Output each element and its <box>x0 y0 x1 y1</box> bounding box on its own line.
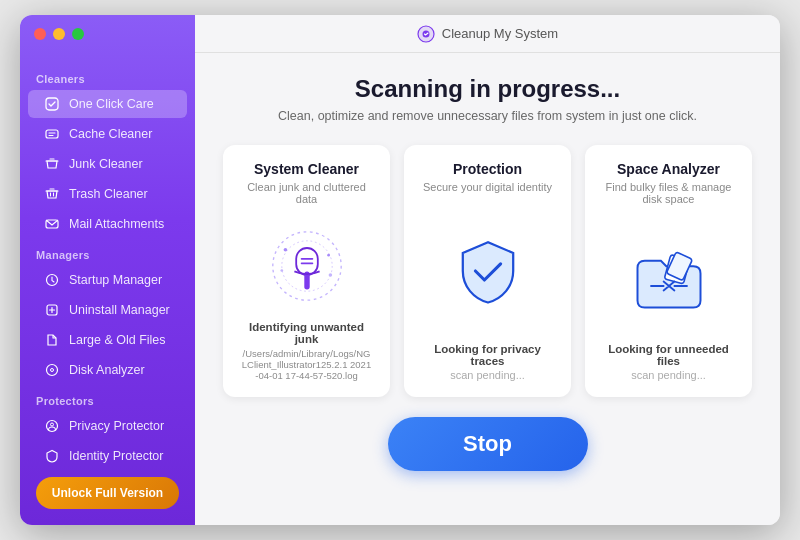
sidebar-item-cache-cleaner-label: Cache Cleaner <box>69 127 152 141</box>
stop-button[interactable]: Stop <box>388 417 588 471</box>
space-analyzer-card-subtitle: Find bulky files & manage disk space <box>599 181 738 205</box>
protectors-section-label: Protectors <box>20 385 195 411</box>
svg-point-8 <box>51 423 54 426</box>
sidebar-item-junk-cleaner[interactable]: Junk Cleaner <box>28 150 187 178</box>
sidebar-item-uninstall-manager[interactable]: Uninstall Manager <box>28 296 187 324</box>
sidebar-item-junk-cleaner-label: Junk Cleaner <box>69 157 143 171</box>
space-analyzer-icon-area <box>624 221 714 333</box>
app-window: Cleaners One Click Care Cache Cleaner <box>20 15 780 525</box>
sidebar-item-mail-attachments-label: Mail Attachments <box>69 217 164 231</box>
protection-card-title: Protection <box>453 161 522 177</box>
traffic-lights <box>34 28 84 40</box>
cache-cleaner-icon <box>44 126 60 142</box>
svg-point-16 <box>327 254 330 257</box>
space-analyzer-status: Looking for unneeded files <box>599 343 738 367</box>
cards-row: System Cleaner Clean junk and cluttered … <box>223 145 752 397</box>
fullscreen-button[interactable] <box>72 28 84 40</box>
system-cleaner-card-title: System Cleaner <box>254 161 359 177</box>
svg-rect-13 <box>296 248 318 275</box>
startup-icon <box>44 272 60 288</box>
scan-title: Scanning in progress... <box>355 75 620 103</box>
sidebar-item-privacy-protector[interactable]: Privacy Protector <box>28 412 187 440</box>
sidebar-item-disk-analyzer[interactable]: Disk Analyzer <box>28 356 187 384</box>
svg-point-5 <box>47 365 58 376</box>
svg-point-15 <box>283 248 287 252</box>
cleaners-section-label: Cleaners <box>20 63 195 89</box>
system-cleaner-status: Identifying unwanted junk <box>237 321 376 345</box>
space-analyzer-card: Space Analyzer Find bulky files & manage… <box>585 145 752 397</box>
sidebar-item-large-old-files-label: Large & Old Files <box>69 333 166 347</box>
space-analyzer-card-title: Space Analyzer <box>617 161 720 177</box>
mail-icon <box>44 216 60 232</box>
protection-icon-area <box>443 209 533 333</box>
sidebar-item-cache-cleaner[interactable]: Cache Cleaner <box>28 120 187 148</box>
sidebar-item-trash-cleaner[interactable]: Trash Cleaner <box>28 180 187 208</box>
system-cleaner-icon-area <box>262 221 352 311</box>
sidebar-item-trash-cleaner-label: Trash Cleaner <box>69 187 148 201</box>
system-cleaner-file-path: /Users/admin/Library/Logs/NGLClient_Illu… <box>237 348 376 381</box>
system-cleaner-card: System Cleaner Clean junk and cluttered … <box>223 145 390 397</box>
sidebar-item-startup-manager-label: Startup Manager <box>69 273 162 287</box>
trash-cleaner-icon <box>44 186 60 202</box>
managers-section-label: Managers <box>20 239 195 265</box>
sidebar-item-uninstall-manager-label: Uninstall Manager <box>69 303 170 317</box>
disk-icon <box>44 362 60 378</box>
protection-card: Protection Secure your digital identity … <box>404 145 571 397</box>
sidebar-item-large-old-files[interactable]: Large & Old Files <box>28 326 187 354</box>
sidebar-item-disk-analyzer-label: Disk Analyzer <box>69 363 145 377</box>
main-content: Cleanup My System Scanning in progress..… <box>195 15 780 525</box>
space-analyzer-pending: scan pending... <box>631 369 706 381</box>
one-click-care-icon <box>44 96 60 112</box>
svg-rect-1 <box>46 130 58 138</box>
minimize-button[interactable] <box>53 28 65 40</box>
protection-pending: scan pending... <box>450 369 525 381</box>
unlock-full-version-button[interactable]: Unlock Full Version <box>36 477 179 509</box>
sidebar-item-startup-manager[interactable]: Startup Manager <box>28 266 187 294</box>
sidebar: Cleaners One Click Care Cache Cleaner <box>20 15 195 525</box>
privacy-icon <box>44 418 60 434</box>
titlebar <box>20 15 780 53</box>
identity-icon <box>44 448 60 464</box>
svg-point-18 <box>328 273 332 277</box>
sidebar-item-mail-attachments[interactable]: Mail Attachments <box>28 210 187 238</box>
sidebar-item-identity-protector-label: Identity Protector <box>69 449 164 463</box>
sidebar-item-identity-protector[interactable]: Identity Protector <box>28 442 187 470</box>
close-button[interactable] <box>34 28 46 40</box>
main-body: Scanning in progress... Clean, optimize … <box>195 53 780 525</box>
scan-subtitle: Clean, optimize and remove unnecessary f… <box>278 109 697 123</box>
system-cleaner-card-subtitle: Clean junk and cluttered data <box>237 181 376 205</box>
sidebar-item-one-click-care[interactable]: One Click Care <box>28 90 187 118</box>
files-icon <box>44 332 60 348</box>
sidebar-item-privacy-protector-label: Privacy Protector <box>69 419 164 433</box>
protection-card-subtitle: Secure your digital identity <box>423 181 552 193</box>
protection-status: Looking for privacy traces <box>418 343 557 367</box>
sidebar-item-one-click-care-label: One Click Care <box>69 97 154 111</box>
svg-point-17 <box>280 269 283 272</box>
uninstall-icon <box>44 302 60 318</box>
svg-rect-0 <box>46 98 58 110</box>
svg-point-6 <box>51 369 54 372</box>
junk-cleaner-icon <box>44 156 60 172</box>
